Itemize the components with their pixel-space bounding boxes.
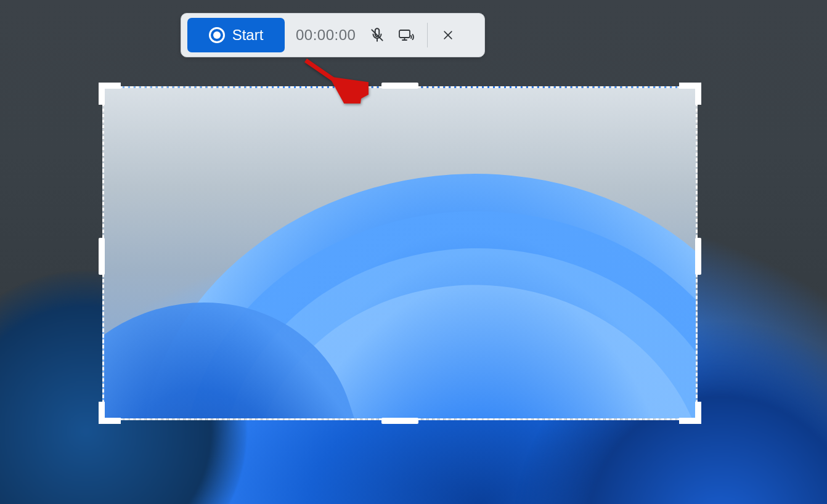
svg-rect-2 (399, 30, 410, 38)
start-button[interactable]: Start (187, 18, 285, 52)
selection-handle-bottom[interactable] (381, 418, 418, 424)
system-audio-icon (398, 28, 415, 43)
capture-selection-area[interactable] (102, 86, 698, 420)
toolbar-divider (427, 23, 428, 47)
timer-display: 00:00:00 (296, 26, 356, 44)
selection-handle-left[interactable] (99, 238, 105, 275)
desktop-background: Start 00:00:00 (0, 0, 827, 504)
microphone-toggle[interactable] (367, 25, 388, 46)
close-button[interactable] (438, 25, 458, 46)
recording-toolbar: Start 00:00:00 (181, 13, 485, 57)
microphone-muted-icon (369, 27, 385, 43)
record-icon (209, 27, 225, 43)
close-icon (442, 29, 454, 41)
start-button-label: Start (232, 26, 264, 44)
selection-handle-right[interactable] (695, 238, 701, 275)
selection-handle-top[interactable] (381, 83, 418, 89)
system-audio-toggle[interactable] (396, 25, 417, 46)
